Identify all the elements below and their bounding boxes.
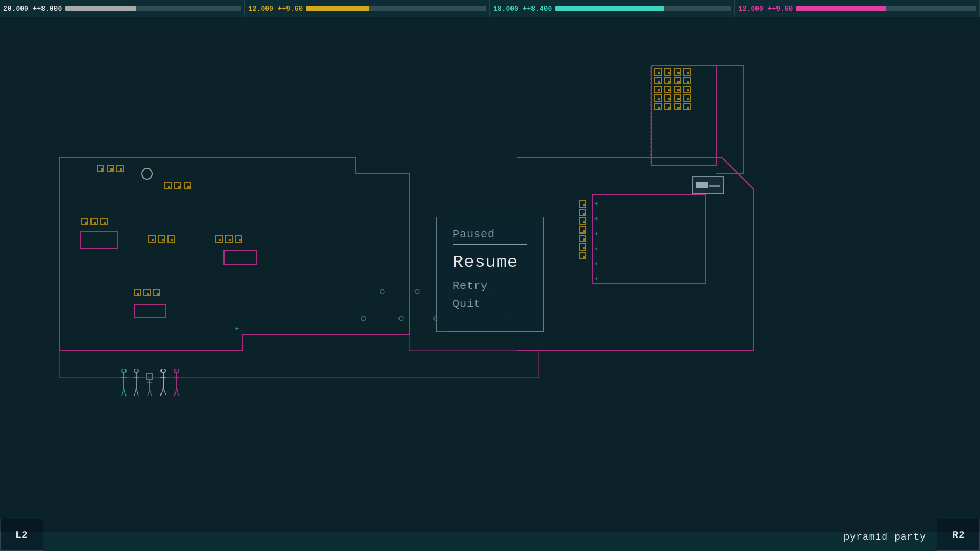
pause-overlay: Paused Resume Retry Quit bbox=[0, 17, 980, 532]
hud-bar-4-fill bbox=[796, 6, 886, 11]
hud-bar-3-label: 18.000 ++8.400 bbox=[493, 5, 552, 13]
resume-button[interactable]: Resume bbox=[453, 252, 527, 272]
pause-menu: Paused Resume Retry Quit bbox=[436, 217, 544, 332]
level-name: pyramid party bbox=[844, 532, 926, 542]
hud-bar-3-track bbox=[555, 6, 731, 11]
pause-title: Paused bbox=[453, 228, 527, 241]
hud-bar-1-fill bbox=[65, 6, 136, 11]
hud-bar-2-label: 12.000 ++9.60 bbox=[248, 5, 303, 13]
hud-bar-1-track bbox=[65, 6, 241, 11]
hud-bar-4: 12.000 ++9.60 bbox=[735, 0, 980, 17]
hud: 20.000 ++8.000 12.000 ++9.60 18.000 ++8.… bbox=[0, 0, 980, 17]
retry-button[interactable]: Retry bbox=[453, 280, 527, 292]
hud-bar-2-track bbox=[306, 6, 486, 11]
hud-bar-3-fill bbox=[555, 6, 664, 11]
quit-button[interactable]: Quit bbox=[453, 298, 527, 310]
hud-bar-1: 20.000 ++8.000 bbox=[0, 0, 245, 17]
hud-bar-4-label: 12.000 ++9.60 bbox=[738, 5, 793, 13]
pause-divider bbox=[453, 244, 527, 245]
hud-bar-4-track bbox=[796, 6, 976, 11]
hud-bar-1-label: 20.000 ++8.000 bbox=[3, 5, 62, 13]
hud-bar-2-fill bbox=[306, 6, 369, 11]
hud-bar-3: 18.000 ++8.400 bbox=[490, 0, 735, 17]
hud-bar-2: 12.000 ++9.60 bbox=[245, 0, 490, 17]
game-world: ✦ ✦ ✦ ✦ ✦ ✦ bbox=[0, 17, 980, 532]
